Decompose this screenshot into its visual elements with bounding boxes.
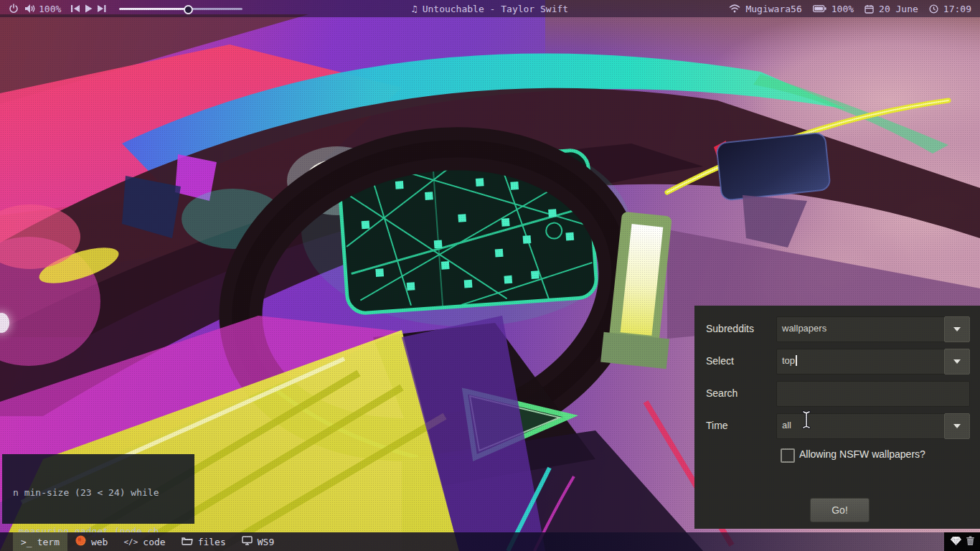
date-label: 20 June [879,4,918,14]
search-row: Search [694,381,980,407]
chevron-down-icon [953,424,961,428]
chevron-down-icon [953,359,961,364]
search-input[interactable] [776,381,970,407]
select-row: Select top [694,349,980,375]
taskbar-item-files[interactable]: files [174,532,234,551]
subreddits-combobox[interactable]: wallpapers [776,316,970,342]
terminal-prompt-icon: >_ [21,537,32,547]
time-row: Time all [694,413,980,439]
subreddits-label: Subreddits [706,323,754,334]
browser-icon [75,535,86,548]
taskbar-item-label: WS9 [258,537,274,547]
taskbar-item-web[interactable]: web [67,532,116,551]
time-value: all [782,420,791,430]
mouse-ibeam-cursor [801,410,811,429]
folder-icon [182,536,193,547]
subreddits-value: wallpapers [782,323,826,334]
subreddits-dropdown-button[interactable] [944,316,970,342]
subreddits-row: Subreddits wallpapers [694,316,980,342]
desktop: 100% ♫ Untouchable - Taylor Swift Mugiwa… [0,0,980,551]
chevron-down-icon [953,327,961,331]
taskbar-item-term[interactable]: >_ term [13,532,67,551]
battery-level: 100% [831,4,854,14]
taskbar: >_ term web </> code files WS9 [0,532,980,551]
code-icon: </> [123,537,138,547]
terminal-line: n min-size (23 < 24) while [13,486,194,499]
time-filter-label: Time [706,420,728,431]
select-dropdown-button[interactable] [944,349,970,375]
calendar-icon[interactable] [864,4,874,14]
nsfw-checkbox[interactable] [781,448,795,463]
monitor-icon [242,536,253,547]
gem-icon[interactable] [950,536,962,548]
select-combobox[interactable]: top [776,349,970,375]
time-dropdown-button[interactable] [944,413,970,439]
wifi-icon[interactable] [729,4,740,13]
taskbar-item-label: code [143,537,165,547]
time-label: 17:09 [943,4,971,14]
taskbar-item-label: term [37,537,60,547]
taskbar-item-label: web [91,537,108,547]
nsfw-checkbox-label: Allowing NSFW wallpapers? [799,448,925,460]
search-label: Search [706,387,738,399]
wifi-ssid: Mugiwara56 [745,4,801,14]
select-value: top [782,355,797,366]
battery-icon [813,5,826,12]
select-label: Select [706,355,734,367]
taskbar-item-code[interactable]: </> code [116,532,173,551]
taskbar-item-ws9[interactable]: WS9 [234,532,282,551]
music-note-icon: ♫ [412,4,418,14]
taskbar-item-label: files [198,537,226,547]
system-tray [944,532,980,551]
trash-icon[interactable] [966,536,975,548]
terminal-overlay[interactable]: n min-size (23 < 24) while measuring gad… [2,454,194,524]
text-caret [796,355,797,366]
go-button[interactable]: Go! [810,498,870,522]
clock-icon[interactable] [929,4,938,14]
now-playing-title: Untouchable - Taylor Swift [423,4,569,14]
wallpaper-picker-dialog: Subreddits wallpapers Select top Search … [694,306,980,529]
top-status-bar: 100% ♫ Untouchable - Taylor Swift Mugiwa… [0,0,980,17]
